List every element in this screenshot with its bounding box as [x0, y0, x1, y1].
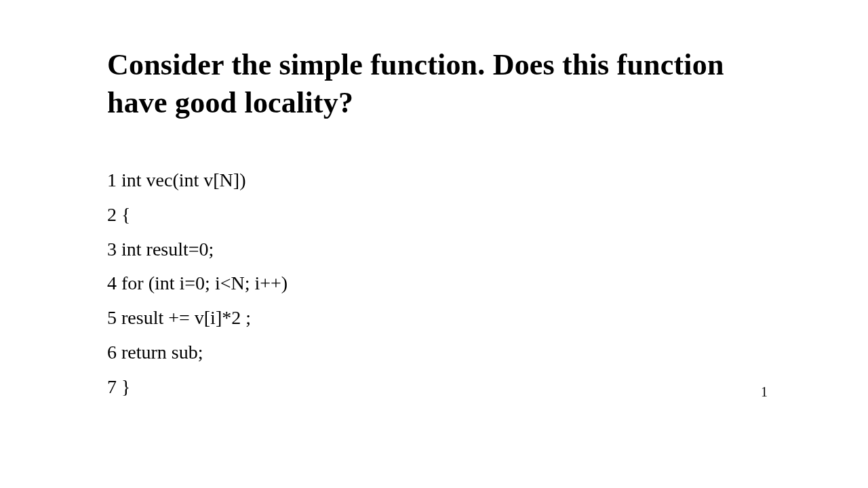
code-line: 6 return sub;	[107, 336, 766, 370]
code-line: 7 }	[107, 370, 766, 405]
code-line: 3 int result=0;	[107, 232, 766, 267]
code-line: 4 for (int i=0; i<N; i++)	[107, 266, 766, 301]
code-line: 1 int vec(int v[N])	[107, 163, 766, 198]
code-line: 5 result += v[i]*2 ;	[107, 301, 766, 336]
slide-title: Consider the simple function. Does this …	[107, 46, 766, 123]
slide: Consider the simple function. Does this …	[0, 0, 868, 488]
code-line: 2 {	[107, 198, 766, 232]
code-block: 1 int vec(int v[N]) 2 { 3 int result=0; …	[107, 163, 766, 405]
page-number: 1	[761, 384, 768, 400]
